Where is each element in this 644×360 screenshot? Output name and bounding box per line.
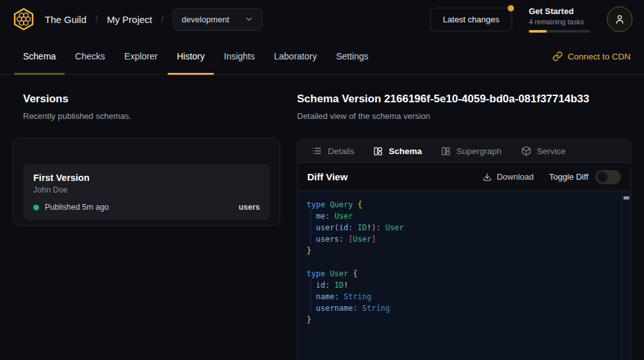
toggle-diff-label: Toggle Diff	[549, 172, 588, 182]
nav-tab-insights[interactable]: Insights	[214, 38, 264, 74]
get-started-subtitle: 4 remaining tasks	[529, 18, 590, 26]
breadcrumb: The Guild / My Project / development	[12, 7, 262, 31]
version-status: Published 5m ago	[45, 203, 109, 212]
header-actions: Latest changes Get Started 4 remaining t…	[430, 6, 632, 33]
breadcrumb-separator: /	[95, 14, 98, 24]
code-content: type Query { me: User user(id: ID!): Use…	[298, 191, 622, 360]
tab-label: Supergraph	[456, 146, 502, 156]
toggle-knob	[597, 172, 608, 182]
toggle-diff-switch[interactable]	[595, 170, 621, 184]
breadcrumb-separator: /	[161, 14, 164, 24]
tab-label: Schema	[389, 146, 422, 156]
nav-tab-label: Laboratory	[274, 51, 317, 61]
top-header: The Guild / My Project / development Lat…	[0, 0, 644, 38]
get-started-widget[interactable]: Get Started 4 remaining tasks	[529, 6, 590, 33]
nav-tab-label: History	[177, 51, 205, 61]
get-started-title: Get Started	[529, 6, 590, 16]
tab-label: Service	[537, 146, 566, 156]
box-icon	[521, 146, 531, 156]
nav-tab-laboratory[interactable]: Laboratory	[264, 38, 326, 74]
version-author: John Doe	[33, 185, 260, 194]
vertical-scrollbar[interactable]	[622, 191, 631, 360]
nav-tab-checks[interactable]: Checks	[65, 38, 115, 74]
download-button[interactable]: Download	[483, 172, 534, 182]
get-started-progress	[529, 30, 590, 33]
schema-version-section: Schema Version 2166196f-5e10-4059-bd0a-0…	[297, 75, 631, 360]
download-label: Download	[497, 172, 534, 182]
connect-to-cdn-label: Connect to CDN	[568, 52, 631, 61]
connect-to-cdn-link[interactable]: Connect to CDN	[552, 38, 631, 74]
target-selector-value: development	[182, 15, 229, 24]
versions-subtitle: Recently published schemas.	[23, 111, 297, 121]
versions-section: Versions Recently published schemas. Fir…	[0, 75, 297, 360]
tab-schema[interactable]: Schema	[364, 139, 431, 162]
scrollbar-thumb[interactable]	[624, 196, 629, 200]
nav-tab-label: Checks	[75, 51, 105, 61]
nav-tab-label: Insights	[224, 51, 255, 61]
published-status-dot	[33, 205, 39, 210]
nav-tab-settings[interactable]: Settings	[326, 38, 378, 74]
nav-tab-history[interactable]: History	[167, 38, 214, 74]
latest-changes-label: Latest changes	[443, 15, 499, 24]
breadcrumb-project[interactable]: My Project	[107, 14, 152, 25]
versions-title: Versions	[23, 93, 297, 106]
version-list-item[interactable]: First Version John Doe Published 5m ago …	[23, 164, 270, 220]
nav-tab-schema[interactable]: Schema	[13, 38, 65, 74]
tab-service[interactable]: Service	[511, 139, 576, 162]
schema-panel-tabs: Details Schema Supergraph	[298, 139, 631, 163]
chevron-down-icon	[245, 15, 254, 24]
breadcrumb-org[interactable]: The Guild	[45, 14, 86, 25]
diff-toolbar: Diff View Download Toggle Diff	[298, 163, 631, 191]
get-started-progress-fill	[529, 30, 547, 33]
latest-changes-button[interactable]: Latest changes	[430, 8, 512, 31]
user-icon	[614, 13, 625, 25]
nav-tab-label: Explorer	[124, 51, 157, 61]
version-name: First Version	[33, 173, 260, 183]
download-icon	[483, 173, 492, 182]
main-nav: Schema Checks Explorer History Insights …	[0, 38, 644, 75]
service-badge: users	[239, 203, 260, 212]
schema-version-title: Schema Version 2166196f-5e10-4059-bd0a-0…	[297, 93, 631, 106]
panels-icon	[441, 146, 451, 156]
tab-label: Details	[328, 146, 354, 156]
schema-version-panel: Details Schema Supergraph	[297, 139, 631, 360]
nav-tab-label: Settings	[336, 51, 369, 61]
tab-details[interactable]: Details	[302, 139, 364, 162]
user-avatar-button[interactable]	[607, 6, 632, 32]
tab-supergraph[interactable]: Supergraph	[431, 139, 511, 162]
notification-dot	[508, 5, 514, 12]
nav-tab-explorer[interactable]: Explorer	[115, 38, 167, 74]
panels-icon	[373, 146, 383, 156]
versions-card: First Version John Doe Published 5m ago …	[13, 137, 280, 226]
target-selector[interactable]: development	[173, 8, 262, 31]
list-icon	[312, 146, 322, 156]
link-icon	[552, 51, 563, 61]
diff-view-title: Diff View	[307, 171, 348, 182]
nav-tab-label: Schema	[23, 51, 56, 61]
schema-version-subtitle: Detailed view of the schema version	[297, 111, 631, 121]
schema-code-viewer[interactable]: type Query { me: User user(id: ID!): Use…	[298, 191, 631, 360]
guild-logo-icon[interactable]	[12, 7, 36, 31]
